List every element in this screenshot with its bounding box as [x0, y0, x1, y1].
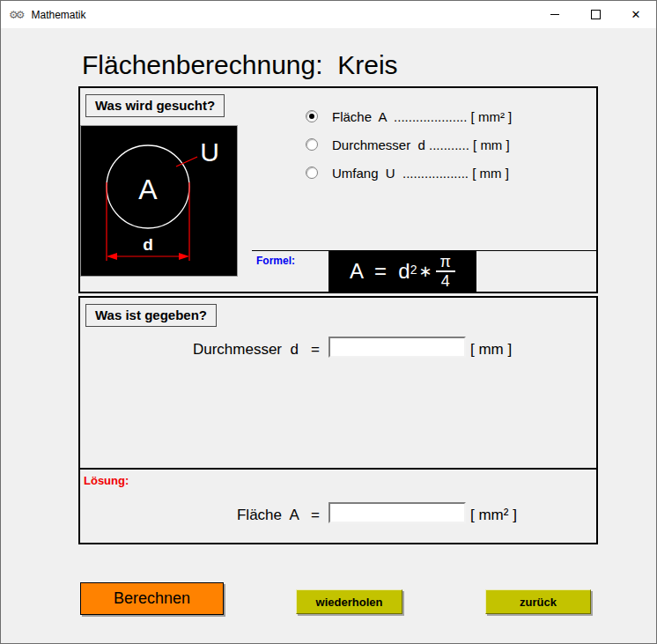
area-input[interactable]	[328, 502, 466, 523]
radio-icon[interactable]	[306, 167, 318, 179]
sought-header: Was wird gesucht?	[85, 94, 225, 117]
radio-label-durchmesser: Durchmesser d ........... [ mm ]	[332, 137, 510, 152]
radio-option-umfang[interactable]: Umfang U .................. [ mm ]	[300, 163, 509, 182]
radio-icon[interactable]	[306, 138, 318, 151]
window-title: Mathematik	[32, 9, 86, 21]
minimize-button[interactable]	[535, 1, 575, 28]
app-window: ⚙⚙ Mathematik ✕ Flächenberechnung: Kreis…	[0, 0, 657, 644]
radio-option-flaeche[interactable]: Fläche A .................... [ mm² ]	[300, 107, 512, 126]
given-unit: [ mm ]	[470, 341, 512, 359]
close-button[interactable]: ✕	[616, 1, 656, 28]
formula-box: A = d2∗π4	[328, 250, 476, 292]
close-icon: ✕	[631, 9, 641, 20]
circle-diagram: A U d	[80, 125, 238, 277]
formula-exponent: 2	[410, 263, 417, 277]
radio-label-umfang: Umfang U .................. [ mm ]	[332, 166, 509, 181]
given-header: Was ist gegeben?	[85, 304, 217, 327]
solution-unit: [ mm² ]	[470, 507, 517, 524]
page-title: Flächenberechnung: Kreis	[82, 50, 398, 80]
formula-fraction: π4	[436, 254, 455, 289]
wiederholen-button[interactable]: wiederholen	[296, 589, 402, 614]
given-field-label: Durchmesser d =	[117, 341, 320, 359]
window-controls: ✕	[535, 1, 656, 28]
maximize-button[interactable]	[575, 1, 616, 28]
diameter-input[interactable]	[328, 337, 466, 358]
berechnen-button[interactable]: Berechnen	[80, 582, 224, 615]
radio-icon[interactable]	[306, 110, 318, 122]
title-bar: ⚙⚙ Mathematik ✕	[1, 1, 656, 28]
formula-operator: ∗	[417, 262, 436, 281]
radio-label-flaeche: Fläche A .................... [ mm² ]	[332, 109, 512, 124]
solution-field-label: Fläche A =	[117, 507, 320, 524]
maximize-icon	[591, 10, 601, 19]
area-label: A	[138, 174, 158, 205]
solution-header: Lösung:	[84, 474, 129, 487]
minimize-icon	[550, 14, 559, 15]
formula-numerator: π	[436, 254, 455, 272]
circumference-label: U	[200, 137, 219, 167]
solution-divider	[78, 468, 598, 470]
gears-icon: ⚙⚙	[9, 10, 23, 20]
diameter-label: d	[143, 235, 153, 254]
formula-lhs: A = d	[350, 259, 410, 284]
formula-denominator: 4	[436, 272, 455, 289]
zurueck-button[interactable]: zurück	[485, 589, 591, 614]
radio-option-durchmesser[interactable]: Durchmesser d ........... [ mm ]	[300, 135, 510, 154]
formel-label: Formel:	[256, 255, 295, 267]
